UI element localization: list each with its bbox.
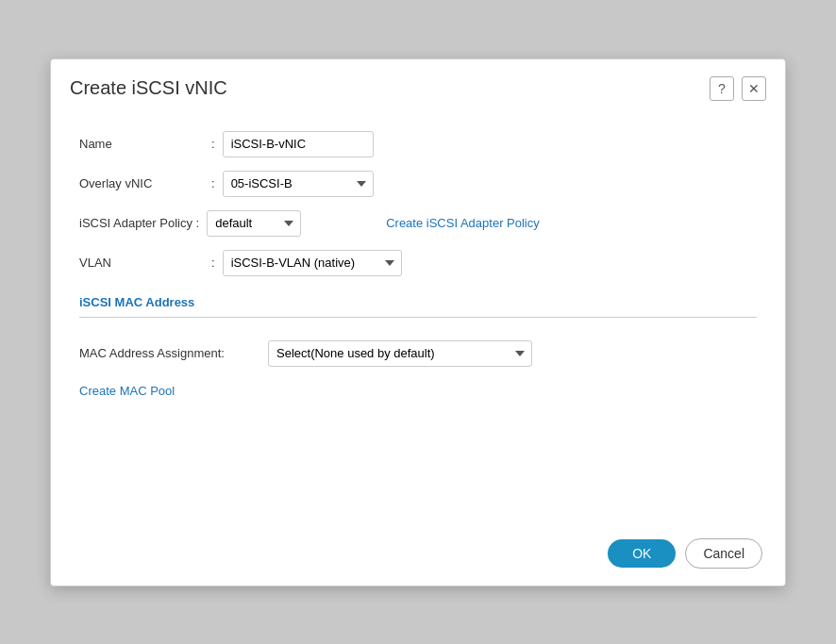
section-divider <box>79 317 757 318</box>
dialog-header: Create iSCSI vNIC ? ✕ <box>51 59 785 112</box>
overlay-vnic-label: Overlay vNIC <box>79 176 211 190</box>
help-button[interactable]: ? <box>710 76 734 101</box>
create-mac-pool-row: Create MAC Pool <box>79 382 757 399</box>
vlan-colon: : <box>211 256 215 270</box>
overlay-vnic-colon: : <box>211 176 215 190</box>
name-label: Name <box>79 137 211 151</box>
dialog-body: Name : Overlay vNIC : 05-iSCSI-B iSCSI A… <box>51 112 785 525</box>
close-button[interactable]: ✕ <box>742 76 766 101</box>
mac-assignment-label: MAC Address Assignment: <box>79 346 268 360</box>
name-row: Name : <box>79 131 757 157</box>
vlan-select[interactable]: iSCSI-B-VLAN (native) <box>223 250 402 276</box>
create-iscsi-adapter-link[interactable]: Create iSCSI Adapter Policy <box>386 216 540 230</box>
iscsi-adapter-label: iSCSI Adapter Policy : <box>79 216 199 230</box>
name-input[interactable] <box>223 131 374 157</box>
mac-address-section: MAC Address Assignment: Select(None used… <box>79 340 757 399</box>
basic-form-section: Name : Overlay vNIC : 05-iSCSI-B iSCSI A… <box>79 131 757 276</box>
dialog-footer: OK Cancel <box>51 525 785 586</box>
create-iscsi-vnic-dialog: Create iSCSI vNIC ? ✕ Name : Overlay vNI… <box>50 58 786 586</box>
iscsi-adapter-select[interactable]: default <box>207 210 301 237</box>
vlan-label: VLAN <box>79 256 211 270</box>
overlay-vnic-row: Overlay vNIC : 05-iSCSI-B <box>79 171 757 197</box>
ok-button[interactable]: OK <box>608 539 676 568</box>
mac-address-row: MAC Address Assignment: Select(None used… <box>79 340 757 367</box>
iscsi-mac-section-title: iSCSI MAC Address <box>79 295 757 309</box>
iscsi-adapter-row: iSCSI Adapter Policy : default Create iS… <box>79 210 757 237</box>
overlay-vnic-select[interactable]: 05-iSCSI-B <box>223 171 374 197</box>
cancel-button[interactable]: Cancel <box>685 538 762 569</box>
header-actions: ? ✕ <box>710 76 766 101</box>
vlan-row: VLAN : iSCSI-B-VLAN (native) <box>79 250 757 276</box>
mac-assignment-select[interactable]: Select(None used by default) <box>268 340 532 367</box>
create-mac-pool-link[interactable]: Create MAC Pool <box>79 384 175 398</box>
dialog-title: Create iSCSI vNIC <box>70 77 227 99</box>
name-colon: : <box>211 137 215 151</box>
